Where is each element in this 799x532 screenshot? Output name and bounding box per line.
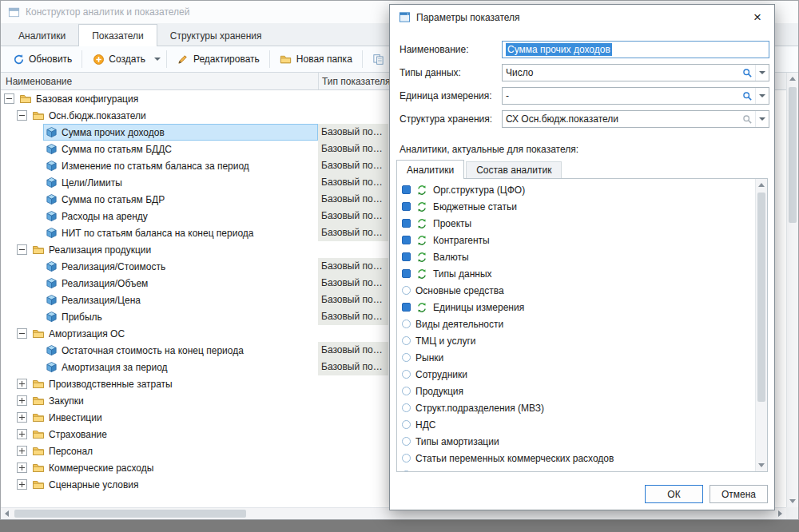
refresh-button[interactable]: Обновить [6, 50, 78, 69]
tree-expander-icon[interactable] [30, 228, 40, 238]
checkbox-icon[interactable] [402, 420, 411, 429]
field-input[interactable]: Сумма прочих доходов [502, 41, 769, 58]
tree-expander-icon[interactable] [17, 463, 27, 473]
vertical-scrollbar[interactable] [786, 73, 798, 507]
scroll-right-icon[interactable] [774, 508, 786, 519]
new-folder-button[interactable]: Новая папка [273, 50, 359, 69]
analytics-list-item[interactable]: Основные средства [399, 282, 753, 299]
checkbox-icon[interactable] [402, 437, 411, 446]
tree-expander-icon[interactable] [30, 295, 40, 305]
tree-expander-icon[interactable] [30, 194, 40, 204]
analytics-list-item[interactable]: Структ.подразделения (МВЗ) [399, 399, 753, 416]
analytics-list-item[interactable]: Единицы измерения [399, 299, 753, 316]
analytics-scrollbar[interactable] [755, 179, 767, 471]
tree-expander-icon[interactable] [17, 395, 27, 406]
analytics-list-item[interactable]: Валюты [399, 248, 753, 265]
dropdown-arrow-icon[interactable] [755, 88, 769, 104]
tree-expander-icon[interactable] [30, 278, 40, 288]
tree-expander-icon[interactable] [30, 127, 40, 137]
analytics-list-item[interactable]: Бюджетные статьи [399, 198, 753, 215]
tree-expander-icon[interactable] [17, 110, 27, 121]
checkbox-icon[interactable] [402, 219, 411, 228]
analytics-list-item[interactable]: НДС [399, 416, 753, 433]
tree-expander-icon[interactable] [4, 93, 14, 104]
search-icon[interactable] [739, 88, 755, 104]
column-header-type[interactable]: Тип показателя [322, 76, 391, 87]
checkbox-icon[interactable] [402, 353, 411, 362]
tree-expander-icon[interactable] [30, 345, 40, 355]
tree-expander-icon[interactable] [17, 479, 27, 490]
create-button[interactable]: Создать [85, 50, 152, 69]
dialog-tab[interactable]: Состав аналитик [466, 161, 562, 178]
close-icon[interactable]: × [749, 9, 766, 26]
main-tab[interactable]: Показатели [78, 24, 157, 46]
scrollbar-thumb[interactable] [789, 87, 797, 223]
tree-row-inner: Изменение по статьям баланса за период [43, 157, 318, 174]
checkbox-icon[interactable] [402, 470, 411, 471]
main-tab[interactable]: Аналитики [6, 26, 78, 46]
checkbox-icon[interactable] [402, 236, 411, 244]
analytics-list-item[interactable]: ТМЦ и услуги [399, 332, 753, 349]
tree-expander-icon[interactable] [30, 211, 40, 221]
checkbox-icon[interactable] [402, 303, 411, 312]
dropdown-arrow-icon[interactable] [755, 111, 769, 127]
checkbox-icon[interactable] [402, 370, 411, 379]
edit-label: Редактировать [193, 54, 260, 65]
scroll-down-icon[interactable] [787, 495, 798, 507]
search-icon[interactable] [739, 65, 755, 81]
main-tab[interactable]: Структуры хранения [157, 26, 275, 46]
field-input[interactable]: СХ Осн.бюдж.показатели [502, 110, 769, 128]
column-header-name[interactable]: Наименование [6, 76, 72, 87]
analytics-list-item[interactable]: Проекты [399, 215, 753, 232]
scrollbar-thumb[interactable] [14, 510, 246, 518]
checkbox-icon[interactable] [402, 403, 411, 412]
tree-expander-icon[interactable] [30, 261, 40, 272]
folder-icon [32, 445, 45, 458]
scroll-down-icon[interactable] [756, 459, 767, 471]
analytics-list-item[interactable]: Продукция [399, 383, 753, 399]
analytics-list-item[interactable]: Типы данных [399, 265, 753, 282]
tree-expander-icon[interactable] [30, 177, 40, 188]
tree-expander-icon[interactable] [30, 312, 40, 322]
create-dropdown-button[interactable] [152, 50, 163, 68]
checkbox-icon[interactable] [402, 286, 411, 295]
field-label: Единица измерения: [400, 90, 502, 101]
analytics-list-item[interactable]: Виды деятельности [399, 316, 753, 332]
edit-button[interactable]: Редактировать [170, 50, 266, 69]
analytics-list-item[interactable]: Типы амортизации [399, 433, 753, 450]
cancel-button[interactable]: Отмена [710, 485, 768, 503]
scrollbar-thumb[interactable] [757, 193, 765, 402]
search-icon[interactable] [739, 111, 755, 127]
analytics-list-item[interactable]: Рынки [399, 349, 753, 366]
field-input[interactable]: Число [502, 64, 769, 81]
checkbox-icon[interactable] [402, 454, 411, 463]
tree-expander-icon[interactable] [17, 379, 27, 389]
tree-expander-icon[interactable] [30, 144, 40, 154]
analytics-list-item[interactable]: Тип остатков [399, 466, 753, 471]
scroll-up-icon[interactable] [756, 179, 767, 191]
scroll-left-icon[interactable] [1, 508, 13, 519]
checkbox-icon[interactable] [402, 336, 411, 345]
checkbox-icon[interactable] [402, 269, 411, 278]
dropdown-arrow-icon[interactable] [755, 65, 769, 81]
tree-expander-icon[interactable] [17, 328, 27, 339]
field-input[interactable]: - [502, 87, 769, 105]
checkbox-icon[interactable] [402, 320, 411, 328]
analytics-list-item[interactable]: Орг.структура (ЦФО) [399, 181, 753, 198]
checkbox-icon[interactable] [402, 252, 411, 261]
tree-expander-icon[interactable] [17, 412, 27, 423]
tree-expander-icon[interactable] [17, 244, 27, 255]
dialog-tab[interactable]: Аналитики [396, 160, 464, 179]
checkbox-icon[interactable] [402, 202, 411, 211]
checkbox-icon[interactable] [402, 185, 411, 194]
scroll-up-icon[interactable] [787, 73, 798, 85]
checkbox-icon[interactable] [402, 387, 411, 395]
tree-expander-icon[interactable] [30, 362, 40, 372]
analytics-list-item[interactable]: Контрагенты [399, 232, 753, 248]
ok-button[interactable]: ОК [645, 485, 703, 503]
analytics-list-item[interactable]: Сотрудники [399, 366, 753, 383]
tree-expander-icon[interactable] [17, 446, 27, 456]
tree-expander-icon[interactable] [17, 429, 27, 439]
tree-expander-icon[interactable] [30, 161, 40, 171]
analytics-list-item[interactable]: Статьи переменных коммерческих расходов [399, 450, 753, 466]
